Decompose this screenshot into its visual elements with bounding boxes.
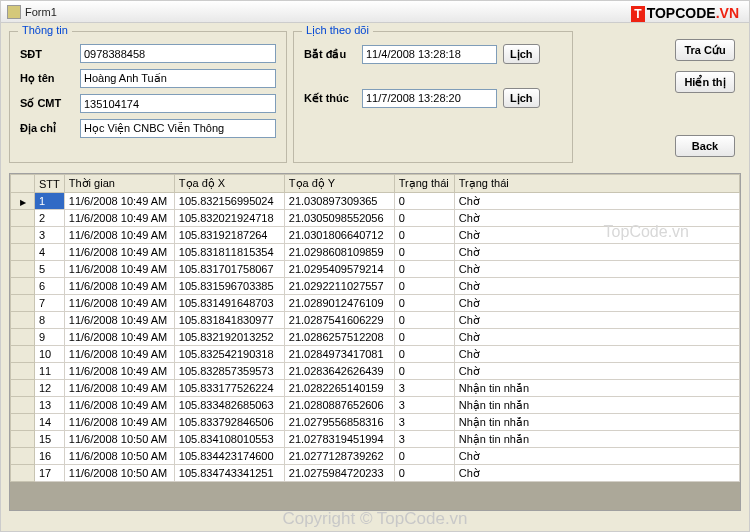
- cell-y[interactable]: 21.0283642626439: [284, 363, 394, 380]
- cell-stt[interactable]: 17: [35, 465, 65, 482]
- data-grid[interactable]: STT Thời gian Tọa độ X Tọa độ Y Trạng th…: [9, 173, 741, 511]
- cell-x[interactable]: 105.833177526224: [174, 380, 284, 397]
- table-row[interactable]: 411/6/2008 10:49 AM105.83181181535421.02…: [11, 244, 740, 261]
- cell-stt[interactable]: 13: [35, 397, 65, 414]
- table-row[interactable]: 1511/6/2008 10:50 AM105.83410801055321.0…: [11, 431, 740, 448]
- cell-status1[interactable]: 0: [394, 227, 454, 244]
- cell-time[interactable]: 11/6/2008 10:49 AM: [64, 312, 174, 329]
- cell-x[interactable]: 105.83192187264: [174, 227, 284, 244]
- cell-x[interactable]: 105.831701758067: [174, 261, 284, 278]
- row-header[interactable]: [11, 312, 35, 329]
- start-input[interactable]: [362, 45, 497, 64]
- cell-time[interactable]: 11/6/2008 10:49 AM: [64, 244, 174, 261]
- table-row[interactable]: 1711/6/2008 10:50 AM105.83474334125121.0…: [11, 465, 740, 482]
- row-header[interactable]: [11, 193, 35, 210]
- table-row[interactable]: 1311/6/2008 10:49 AM105.83348268506321.0…: [11, 397, 740, 414]
- cell-y[interactable]: 21.0292211027557: [284, 278, 394, 295]
- cell-y[interactable]: 21.0298608109859: [284, 244, 394, 261]
- cell-y[interactable]: 21.0277128739262: [284, 448, 394, 465]
- cell-stt[interactable]: 11: [35, 363, 65, 380]
- row-header[interactable]: [11, 414, 35, 431]
- table-row[interactable]: 1011/6/2008 10:49 AM105.83254219031821.0…: [11, 346, 740, 363]
- cell-status2[interactable]: Chờ: [454, 244, 739, 261]
- cell-status2[interactable]: Chờ: [454, 295, 739, 312]
- row-header[interactable]: [11, 278, 35, 295]
- col-status1[interactable]: Trạng thái: [394, 175, 454, 193]
- cell-status2[interactable]: Chờ: [454, 448, 739, 465]
- table-row[interactable]: 1111/6/2008 10:49 AM105.83285735957321.0…: [11, 363, 740, 380]
- cell-status1[interactable]: 3: [394, 397, 454, 414]
- cell-status1[interactable]: 0: [394, 312, 454, 329]
- cell-y[interactable]: 21.0287541606229: [284, 312, 394, 329]
- cell-time[interactable]: 11/6/2008 10:50 AM: [64, 448, 174, 465]
- start-calendar-button[interactable]: Lịch: [503, 44, 540, 64]
- row-header[interactable]: [11, 261, 35, 278]
- cell-time[interactable]: 11/6/2008 10:49 AM: [64, 261, 174, 278]
- cell-status1[interactable]: 0: [394, 210, 454, 227]
- cell-status2[interactable]: Nhận tin nhắn: [454, 431, 739, 448]
- cell-stt[interactable]: 9: [35, 329, 65, 346]
- cell-y[interactable]: 21.030897309365: [284, 193, 394, 210]
- addr-input[interactable]: [80, 119, 276, 138]
- cell-time[interactable]: 11/6/2008 10:49 AM: [64, 414, 174, 431]
- table-row[interactable]: 1411/6/2008 10:49 AM105.83379284650621.0…: [11, 414, 740, 431]
- cell-stt[interactable]: 7: [35, 295, 65, 312]
- cell-x[interactable]: 105.834743341251: [174, 465, 284, 482]
- cell-x[interactable]: 105.831596703385: [174, 278, 284, 295]
- cell-status2[interactable]: Nhận tin nhắn: [454, 380, 739, 397]
- cell-y[interactable]: 21.0282265140159: [284, 380, 394, 397]
- cell-stt[interactable]: 1: [35, 193, 65, 210]
- col-x[interactable]: Tọa độ X: [174, 175, 284, 193]
- table-row[interactable]: 311/6/2008 10:49 AM105.8319218726421.030…: [11, 227, 740, 244]
- col-status2[interactable]: Trạng thái: [454, 175, 739, 193]
- col-y[interactable]: Tọa độ Y: [284, 175, 394, 193]
- table-row[interactable]: 211/6/2008 10:49 AM105.83202192471821.03…: [11, 210, 740, 227]
- cell-stt[interactable]: 3: [35, 227, 65, 244]
- cell-status1[interactable]: 0: [394, 193, 454, 210]
- cell-status1[interactable]: 0: [394, 465, 454, 482]
- cell-time[interactable]: 11/6/2008 10:49 AM: [64, 397, 174, 414]
- cell-y[interactable]: 21.0284973417081: [284, 346, 394, 363]
- cell-y[interactable]: 21.0286257512208: [284, 329, 394, 346]
- table-row[interactable]: 1611/6/2008 10:50 AM105.83442317460021.0…: [11, 448, 740, 465]
- cell-status2[interactable]: Chờ: [454, 261, 739, 278]
- cell-time[interactable]: 11/6/2008 10:49 AM: [64, 227, 174, 244]
- col-stt[interactable]: STT: [35, 175, 65, 193]
- cell-x[interactable]: 105.831491648703: [174, 295, 284, 312]
- row-header[interactable]: [11, 448, 35, 465]
- cell-stt[interactable]: 2: [35, 210, 65, 227]
- cell-status2[interactable]: Chờ: [454, 227, 739, 244]
- cell-x[interactable]: 105.832156995024: [174, 193, 284, 210]
- cell-stt[interactable]: 14: [35, 414, 65, 431]
- table-row[interactable]: 111/6/2008 10:49 AM105.83215699502421.03…: [11, 193, 740, 210]
- row-header[interactable]: [11, 397, 35, 414]
- cell-status1[interactable]: 0: [394, 329, 454, 346]
- row-header[interactable]: [11, 431, 35, 448]
- end-calendar-button[interactable]: Lịch: [503, 88, 540, 108]
- cell-time[interactable]: 11/6/2008 10:49 AM: [64, 329, 174, 346]
- col-time[interactable]: Thời gian: [64, 175, 174, 193]
- row-header[interactable]: [11, 244, 35, 261]
- cell-status2[interactable]: Chờ: [454, 346, 739, 363]
- cell-status1[interactable]: 0: [394, 278, 454, 295]
- cell-stt[interactable]: 8: [35, 312, 65, 329]
- cell-x[interactable]: 105.832192013252: [174, 329, 284, 346]
- row-header[interactable]: [11, 227, 35, 244]
- cell-x[interactable]: 105.834108010553: [174, 431, 284, 448]
- cell-y[interactable]: 21.0301806640712: [284, 227, 394, 244]
- cell-time[interactable]: 11/6/2008 10:49 AM: [64, 295, 174, 312]
- cell-stt[interactable]: 15: [35, 431, 65, 448]
- cell-status2[interactable]: Chờ: [454, 329, 739, 346]
- cell-y[interactable]: 21.0275984720233: [284, 465, 394, 482]
- table-row[interactable]: 811/6/2008 10:49 AM105.83184183097721.02…: [11, 312, 740, 329]
- name-input[interactable]: [80, 69, 276, 88]
- cell-x[interactable]: 105.832857359573: [174, 363, 284, 380]
- cell-status1[interactable]: 0: [394, 261, 454, 278]
- row-header[interactable]: [11, 295, 35, 312]
- cell-stt[interactable]: 6: [35, 278, 65, 295]
- cell-y[interactable]: 21.0289012476109: [284, 295, 394, 312]
- cell-time[interactable]: 11/6/2008 10:49 AM: [64, 346, 174, 363]
- cell-status2[interactable]: Chờ: [454, 465, 739, 482]
- cell-stt[interactable]: 12: [35, 380, 65, 397]
- cell-time[interactable]: 11/6/2008 10:49 AM: [64, 380, 174, 397]
